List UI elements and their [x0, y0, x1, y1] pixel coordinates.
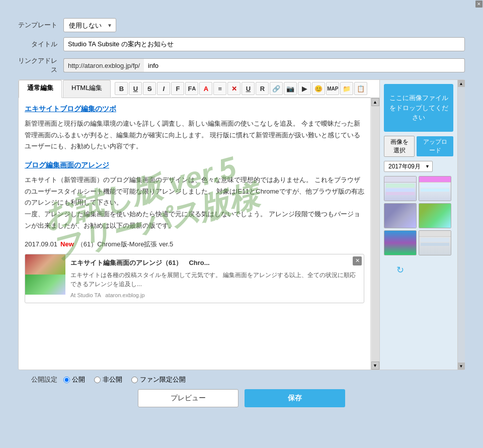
toolbar-redo[interactable]: R	[256, 82, 269, 95]
preview-button[interactable]: プレビュー	[138, 389, 238, 407]
date-select[interactable]: 2017年09月	[384, 161, 433, 172]
preview-card-footer: At Studio TA ataron.exblog.jp	[70, 291, 359, 300]
preview-card-close[interactable]: ✕	[353, 256, 362, 265]
thumb-2[interactable]	[419, 176, 451, 201]
side-scroll-down[interactable]: ▼	[458, 363, 465, 370]
radio-public-input[interactable]	[63, 377, 70, 383]
preview-card-text: エキサイトは各種の投稿スタイルを展開して元気です。 編集画面をアレンジする以上、…	[70, 271, 359, 289]
toolbar-video[interactable]: ▶	[298, 82, 311, 95]
side-scroll-track[interactable]	[458, 87, 465, 363]
toolbar-font-alt[interactable]: FA	[185, 82, 198, 95]
thumb-loading: ↻	[384, 257, 417, 283]
link-label: リンクアドレス	[18, 56, 63, 74]
toolbar-align[interactable]: ≡	[213, 82, 226, 95]
radio-fan-only-input[interactable]	[131, 377, 138, 383]
editor-scrollbar[interactable]: ▲ ▼	[370, 98, 379, 370]
date-selector[interactable]: 2017年09月	[384, 161, 453, 172]
side-scroll-up[interactable]: ▲	[458, 80, 465, 87]
toolbar-undo[interactable]: U	[242, 82, 255, 95]
toolbar-strikethrough[interactable]: S	[143, 82, 156, 95]
date-new-row: 2017.09.01 New （61）Chrome版-More拡張 ver.5	[25, 239, 364, 250]
radio-fan-only-label: ファン限定公開	[140, 375, 186, 384]
toolbar-folder[interactable]: 📁	[340, 82, 353, 95]
thumbnail-grid: ✕ ✕	[384, 176, 453, 283]
radio-private-label: 非公開	[103, 375, 122, 384]
template-label: テンプレート	[18, 21, 63, 30]
toolbar-emoji[interactable]: 😊	[312, 82, 325, 95]
title-label: タイトル	[18, 40, 63, 49]
toolbar-link[interactable]: 🔗	[270, 82, 283, 95]
toolbar-font[interactable]: F	[171, 82, 184, 95]
thumb-5[interactable]	[384, 230, 417, 255]
preview-card-title: エキサイト編集画面のアレンジ（61） Chro...	[70, 257, 359, 268]
radio-private[interactable]: 非公開	[94, 375, 122, 384]
toolbar-italic[interactable]: I	[157, 82, 170, 95]
link-prefix: http://ataron.exblog.jp/fp/	[63, 58, 144, 72]
article-2-link[interactable]: ブログ編集画面のアレンジ	[25, 159, 364, 171]
article-1-link[interactable]: エキサイトブログ編集のツボ	[25, 103, 364, 115]
public-label: 公開設定	[18, 375, 63, 384]
toolbar-delete[interactable]: ✕	[227, 82, 240, 95]
radio-fan-only[interactable]: ファン限定公開	[131, 375, 186, 384]
tab-html[interactable]: HTML編集	[63, 80, 111, 98]
thumb-4[interactable]	[419, 203, 451, 228]
thumb-1[interactable]	[384, 176, 417, 201]
drop-zone[interactable]: ここに画像ファイルをドロップしてください	[384, 84, 453, 132]
radio-group: 公開 非公開 ファン限定公開	[63, 375, 186, 384]
upload-row: 画像を選択 アップロード	[384, 136, 453, 157]
toolbar-color[interactable]: A	[199, 82, 212, 95]
editor-body[interactable]: お試し版 ver.5フリーパス版様 エキサイトブログ編集のツボ 新管理画面と現行…	[19, 98, 370, 370]
preview-card-image	[25, 254, 65, 295]
radio-private-input[interactable]	[94, 377, 101, 383]
toolbar-image[interactable]: 📷	[284, 82, 297, 95]
title-input[interactable]	[63, 37, 465, 51]
thumb-6[interactable]	[419, 230, 451, 255]
link-input[interactable]	[144, 58, 465, 72]
version-text: （61）Chrome版-More拡張 ver.5	[77, 239, 173, 250]
radio-public[interactable]: 公開	[63, 375, 85, 384]
toolbar-map[interactable]: MAP	[326, 82, 339, 95]
template-select[interactable]: 使用しない	[63, 18, 116, 32]
article-2-text: エキサイト（新管理画面）のブログ編集画面のデザインは、色々な意味で理想的ではあり…	[25, 174, 364, 232]
scroll-down[interactable]: ▼	[371, 362, 379, 370]
upload-button[interactable]: アップロード	[417, 136, 453, 156]
radio-public-label: 公開	[72, 375, 85, 384]
save-button[interactable]: 保存	[245, 389, 345, 407]
side-panel: ここに画像ファイルをドロップしてください 画像を選択 アップロード 2017年0…	[379, 80, 457, 370]
side-scrollbar[interactable]: ▲ ▼	[457, 80, 464, 370]
tab-normal[interactable]: 通常編集	[19, 80, 62, 98]
new-badge: New	[60, 239, 74, 250]
toolbar-clipboard[interactable]: 📋	[354, 82, 367, 95]
preview-card: ✕ エキサイト編集画面のアレンジ（61） Chro... エキサイトは各種の投稿…	[25, 254, 364, 304]
bottom-buttons: プレビュー 保存	[18, 389, 465, 407]
article-date: 2017.09.01	[25, 239, 57, 250]
select-image-button[interactable]: 画像を選択	[384, 136, 415, 157]
public-settings-row: 公開設定 公開 非公開 ファン限定公開	[18, 375, 465, 384]
scroll-track[interactable]	[371, 106, 379, 362]
article-1-text: 新管理画面と現行版の編集環境の違いを詳しく調査し、新しい編集画面の使いこなしを追…	[25, 118, 364, 152]
thumb-3[interactable]	[384, 203, 417, 228]
toolbar-underline[interactable]: U	[129, 82, 142, 95]
toolbar-bold[interactable]: B	[115, 82, 128, 95]
scroll-up[interactable]: ▲	[371, 98, 379, 106]
